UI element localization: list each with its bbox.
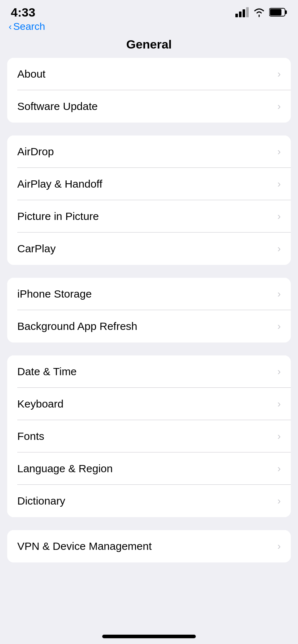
settings-item-fonts[interactable]: Fonts› — [7, 420, 291, 452]
page-title: General — [126, 37, 172, 51]
settings-group-group2: AirDrop›AirPlay & Handoff›Picture in Pic… — [7, 135, 291, 265]
settings-label-vpn-device-management: VPN & Device Management — [17, 540, 152, 552]
back-nav[interactable]: ‹ Search — [0, 19, 298, 36]
settings-label-picture-in-picture: Picture in Picture — [17, 210, 99, 222]
settings-item-language-region[interactable]: Language & Region› — [7, 452, 291, 485]
settings-label-airdrop: AirDrop — [17, 146, 54, 158]
svg-rect-0 — [235, 14, 238, 17]
back-arrow-icon: ‹ — [9, 21, 12, 32]
chevron-right-icon: › — [277, 540, 281, 552]
settings-group-group3: iPhone Storage›Background App Refresh› — [7, 278, 291, 342]
settings-label-airplay-handoff: AirPlay & Handoff — [17, 178, 102, 190]
settings-item-date-time[interactable]: Date & Time› — [7, 355, 291, 388]
chevron-right-icon: › — [277, 431, 281, 442]
back-label[interactable]: Search — [13, 21, 45, 32]
chevron-right-icon: › — [277, 288, 281, 300]
settings-item-picture-in-picture[interactable]: Picture in Picture› — [7, 200, 291, 233]
svg-rect-5 — [285, 10, 287, 14]
wifi-icon — [253, 7, 266, 17]
chevron-right-icon: › — [277, 146, 281, 157]
chevron-right-icon: › — [277, 178, 281, 190]
settings-label-date-time: Date & Time — [17, 365, 77, 378]
svg-rect-3 — [246, 7, 249, 17]
settings-item-carplay[interactable]: CarPlay› — [7, 233, 291, 265]
status-icons — [235, 7, 287, 17]
chevron-right-icon: › — [277, 321, 281, 332]
chevron-right-icon: › — [277, 495, 281, 507]
settings-label-fonts: Fonts — [17, 430, 44, 442]
settings-label-language-region: Language & Region — [17, 463, 113, 475]
status-time: 4:33 — [11, 5, 35, 19]
settings-item-software-update[interactable]: Software Update› — [7, 90, 291, 123]
settings-group-group1: About›Software Update› — [7, 58, 291, 123]
settings-item-vpn-device-management[interactable]: VPN & Device Management› — [7, 530, 291, 562]
settings-group-group4: Date & Time›Keyboard›Fonts›Language & Re… — [7, 355, 291, 517]
chevron-right-icon: › — [277, 463, 281, 474]
settings-item-airplay-handoff[interactable]: AirPlay & Handoff› — [7, 168, 291, 200]
svg-rect-1 — [239, 12, 241, 17]
battery-icon — [269, 8, 287, 17]
chevron-right-icon: › — [277, 398, 281, 410]
chevron-right-icon: › — [277, 366, 281, 377]
settings-label-iphone-storage: iPhone Storage — [17, 288, 92, 300]
settings-item-dictionary[interactable]: Dictionary› — [7, 485, 291, 517]
nav-bar: General — [0, 36, 298, 58]
settings-item-about[interactable]: About› — [7, 58, 291, 90]
settings-label-carplay: CarPlay — [17, 243, 56, 255]
settings-item-keyboard[interactable]: Keyboard› — [7, 388, 291, 420]
settings-item-background-app-refresh[interactable]: Background App Refresh› — [7, 310, 291, 342]
settings-label-software-update: Software Update — [17, 100, 98, 112]
settings-content: About›Software Update›AirDrop›AirPlay & … — [0, 58, 298, 562]
status-bar: 4:33 — [0, 0, 298, 19]
chevron-right-icon: › — [277, 101, 281, 112]
settings-item-iphone-storage[interactable]: iPhone Storage› — [7, 278, 291, 310]
svg-rect-2 — [243, 9, 245, 17]
settings-item-airdrop[interactable]: AirDrop› — [7, 135, 291, 168]
chevron-right-icon: › — [277, 243, 281, 254]
svg-rect-6 — [270, 9, 281, 15]
signal-icon — [235, 7, 249, 17]
chevron-right-icon: › — [277, 68, 281, 80]
home-indicator — [102, 635, 196, 638]
settings-label-about: About — [17, 68, 45, 80]
settings-label-background-app-refresh: Background App Refresh — [17, 320, 137, 332]
chevron-right-icon: › — [277, 211, 281, 222]
settings-label-keyboard: Keyboard — [17, 398, 63, 410]
settings-group-group5: VPN & Device Management› — [7, 530, 291, 562]
settings-label-dictionary: Dictionary — [17, 495, 65, 507]
